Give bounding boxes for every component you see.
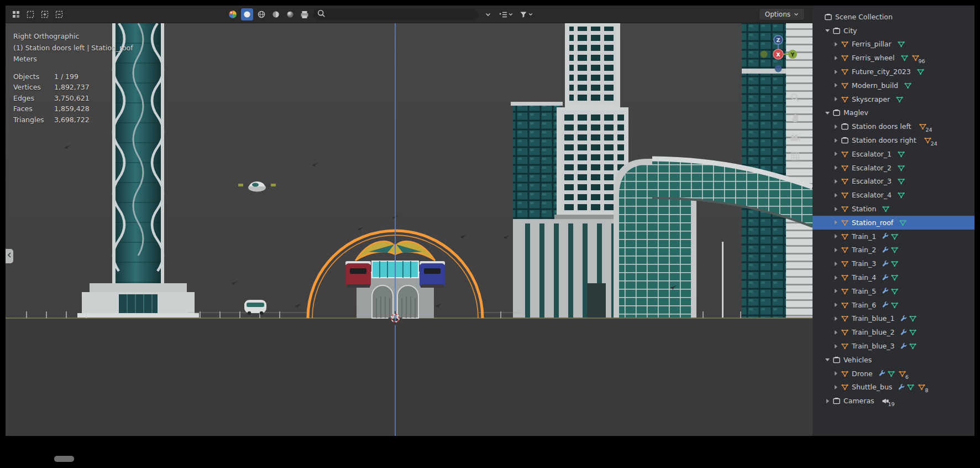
printer-icon[interactable] (298, 8, 311, 20)
mesh-data-icon[interactable] (897, 177, 905, 185)
disclosure-closed-icon[interactable] (831, 69, 840, 75)
axis-neg-z-ball[interactable] (775, 65, 782, 72)
shading-wireframe-icon[interactable] (255, 8, 268, 20)
mesh-data-icon[interactable] (916, 67, 925, 76)
outliner-panel[interactable]: Scene CollectionCityFerris_pillarFerris_… (813, 6, 974, 436)
select-subtract-icon[interactable] (53, 8, 65, 20)
disclosure-closed-icon[interactable] (831, 55, 840, 61)
outliner-row-shuttle-bus[interactable]: Shuttle_bus8 (813, 381, 974, 394)
viewport-3d[interactable]: Options (6, 6, 813, 436)
train-red-object[interactable] (345, 261, 371, 288)
axis-neg-y-ball[interactable] (761, 51, 768, 58)
axis-y-ball[interactable]: Y (788, 50, 797, 59)
mesh-data-icon[interactable] (906, 383, 915, 391)
disclosure-closed-icon[interactable] (831, 206, 840, 212)
mesh-data-icon[interactable] (890, 232, 899, 241)
disclosure-closed-icon[interactable] (831, 220, 840, 225)
taskbar-item[interactable] (54, 456, 74, 462)
disclosure-closed-icon[interactable] (831, 179, 840, 184)
disclosure-closed-icon[interactable] (831, 41, 840, 47)
disclosure-closed-icon[interactable] (823, 398, 831, 404)
disclosure-closed-icon[interactable] (831, 165, 840, 170)
disclosure-closed-icon[interactable] (831, 316, 840, 321)
options-button[interactable]: Options (759, 8, 805, 20)
outliner-row-escalator-3[interactable]: Escalator_3 (813, 175, 974, 189)
mesh-data-icon[interactable] (890, 259, 899, 268)
outliner-row-maglev[interactable]: Maglev (813, 106, 974, 120)
outliner-row-city[interactable]: City (813, 24, 974, 38)
disclosure-closed-icon[interactable] (831, 193, 840, 198)
mesh-data-icon[interactable] (882, 205, 890, 213)
outliner-row-train-6[interactable]: Train_6 (813, 298, 974, 312)
outliner-row-ferris-wheel[interactable]: Ferris_wheel96 (813, 51, 974, 65)
grid-toggle-icon[interactable] (791, 152, 799, 163)
outliner-row-train-blue-1[interactable]: Train_blue_1 (813, 312, 974, 326)
disclosure-closed-icon[interactable] (831, 330, 840, 335)
outliner-row-drone[interactable]: Drone6 (813, 367, 974, 381)
outliner-row-escalator-1[interactable]: Escalator_1 (813, 147, 974, 161)
pan-hand-icon[interactable] (791, 113, 800, 125)
modifier-wrench-icon[interactable] (900, 342, 908, 350)
outliner-row-station-doors-right[interactable]: Station doors right24 (813, 133, 974, 147)
zoom-icon[interactable] (790, 93, 800, 105)
mesh-data-icon[interactable] (890, 301, 899, 309)
disclosure-closed-icon[interactable] (831, 371, 840, 376)
disclosure-closed-icon[interactable] (831, 247, 840, 253)
camera-view-icon[interactable] (790, 133, 800, 144)
chevron-down-icon[interactable] (482, 8, 494, 20)
outliner-row-train-4[interactable]: Train_4 (813, 271, 974, 284)
outliner-row-train-blue-2[interactable]: Train_blue_2 (813, 325, 974, 339)
select-extend-icon[interactable] (39, 8, 51, 20)
mesh-data-icon[interactable] (900, 54, 909, 62)
disclosure-closed-icon[interactable] (831, 151, 840, 157)
modifier-wrench-icon[interactable] (882, 287, 889, 295)
outliner-row-ferris-pillar[interactable]: Ferris_pillar (813, 38, 974, 51)
axis-x-ball[interactable]: X (773, 49, 783, 59)
outliner-row-vehicles[interactable]: Vehicles (813, 353, 974, 367)
outliner-row-scene-collection[interactable]: Scene Collection (813, 10, 974, 24)
modifier-wrench-icon[interactable] (882, 274, 889, 282)
mesh-data-icon[interactable] (897, 150, 905, 158)
mesh-data-icon[interactable] (899, 219, 907, 227)
modifier-wrench-icon[interactable] (900, 315, 908, 323)
outliner-row-train-3[interactable]: Train_3 (813, 257, 974, 271)
outliner-row-train-5[interactable]: Train_5 (813, 284, 974, 298)
outliner-row-train-blue-3[interactable]: Train_blue_3 (813, 339, 974, 353)
disclosure-closed-icon[interactable] (831, 96, 840, 102)
disclosure-open-icon[interactable] (823, 28, 831, 33)
outliner-row-future-city-2023[interactable]: Future_city_2023 (813, 65, 974, 79)
disclosure-closed-icon[interactable] (831, 275, 840, 280)
mesh-data-icon[interactable] (909, 328, 917, 336)
disclosure-open-icon[interactable] (823, 357, 831, 362)
select-box-icon[interactable] (24, 8, 36, 20)
outliner-row-train-1[interactable]: Train_1 (813, 230, 974, 243)
disclosure-closed-icon[interactable] (831, 261, 840, 267)
modifier-wrench-icon[interactable] (898, 383, 905, 391)
modifier-wrench-icon[interactable] (882, 232, 889, 240)
disclosure-closed-icon[interactable] (831, 288, 840, 294)
outliner-row-escalator-2[interactable]: Escalator_2 (813, 161, 974, 175)
disclosure-closed-icon[interactable] (831, 138, 840, 143)
disclosure-closed-icon[interactable] (831, 233, 840, 239)
mesh-data-icon[interactable] (904, 81, 912, 90)
shading-material-icon[interactable] (270, 8, 282, 20)
sidebar-toggle-tab[interactable] (6, 249, 13, 263)
mesh-data-icon[interactable] (897, 164, 905, 172)
disclosure-closed-icon[interactable] (831, 82, 840, 88)
disclosure-closed-icon[interactable] (831, 384, 840, 390)
mesh-data-icon[interactable] (909, 342, 917, 350)
shading-rendered-icon[interactable] (284, 8, 296, 20)
mesh-data-icon[interactable] (890, 273, 899, 282)
shuttle-bus-object[interactable] (244, 300, 266, 315)
filter-funnel-icon[interactable] (517, 8, 535, 20)
shading-solid-icon[interactable] (241, 8, 253, 20)
material-preview-ball-icon[interactable] (227, 8, 239, 20)
display-mode-dropdown-icon[interactable] (496, 8, 515, 20)
axis-gizmo[interactable]: Z Y X (755, 31, 801, 80)
outliner-row-station-roof[interactable]: Station_roof (813, 216, 974, 230)
disclosure-closed-icon[interactable] (831, 344, 840, 349)
modifier-wrench-icon[interactable] (900, 329, 908, 336)
modifier-wrench-icon[interactable] (878, 370, 886, 377)
outliner-row-station-doors-left[interactable]: Station doors left24 (813, 119, 974, 133)
mesh-data-icon[interactable] (890, 246, 899, 254)
